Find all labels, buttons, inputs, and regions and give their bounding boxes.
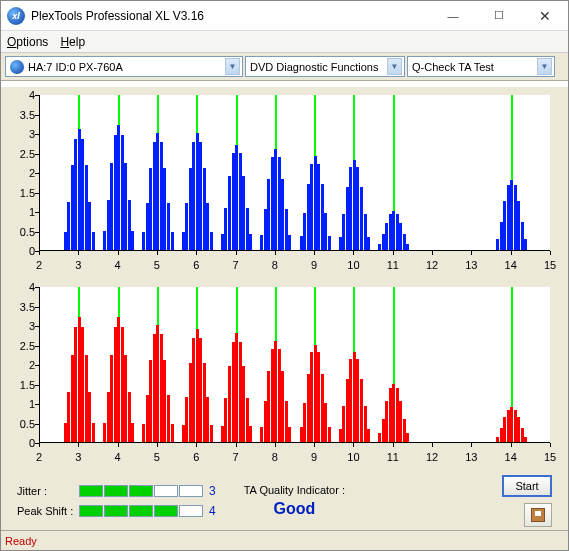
data-bar	[153, 142, 156, 250]
x-tick-label: 15	[544, 451, 556, 463]
data-bar	[163, 168, 166, 250]
bottom-panel: Jitter : 3 Peak Shift : 4 TA Quality Ind…	[1, 465, 568, 535]
y-tick-label: 1	[11, 398, 35, 410]
menu-help[interactable]: Help	[60, 35, 85, 49]
data-bar	[367, 429, 370, 442]
data-bar	[264, 401, 267, 442]
data-bar	[328, 236, 331, 250]
x-tick-label: 12	[426, 451, 438, 463]
y-tick-label: 2	[11, 167, 35, 179]
data-bar	[364, 406, 367, 442]
data-bar	[271, 349, 274, 442]
data-bar	[171, 424, 174, 442]
data-bar	[364, 214, 367, 250]
data-bar	[92, 232, 95, 250]
peakshift-label: Peak Shift :	[17, 505, 79, 517]
x-tick-label: 2	[36, 451, 42, 463]
data-bar	[92, 423, 95, 442]
device-selector[interactable]: HA:7 ID:0 PX-760A ▼	[5, 56, 243, 77]
chevron-down-icon: ▼	[225, 58, 240, 75]
data-bar	[314, 345, 317, 443]
jitter-meter	[79, 485, 203, 497]
data-bar	[514, 185, 517, 250]
chart-lower: 00.511.522.533.5423456789101112131415	[11, 279, 558, 465]
meter-box	[154, 505, 178, 517]
x-tick-label: 10	[347, 451, 359, 463]
plot-area	[39, 95, 550, 251]
maximize-button[interactable]: ☐	[476, 1, 522, 31]
minimize-button[interactable]: —	[430, 1, 476, 31]
peakshift-meter	[79, 505, 203, 517]
data-bar	[210, 425, 213, 442]
x-tick-label: 4	[115, 259, 121, 271]
data-bar	[328, 427, 331, 442]
data-bar	[524, 239, 527, 250]
data-bar	[71, 165, 74, 250]
y-tick-label: 1.5	[11, 379, 35, 391]
data-bar	[71, 355, 74, 442]
x-tick-label: 4	[115, 451, 121, 463]
y-tick-label: 3.5	[11, 301, 35, 313]
data-bar	[246, 398, 249, 442]
start-button[interactable]: Start	[502, 475, 552, 497]
save-button[interactable]	[524, 503, 552, 527]
data-bar	[314, 156, 317, 250]
workarea: 00.511.522.533.5423456789101112131415 00…	[1, 87, 568, 535]
data-bar	[196, 329, 199, 442]
y-tick-label: 3	[11, 320, 35, 332]
toolbar: HA:7 ID:0 PX-760A ▼ DVD Diagnostic Funct…	[1, 53, 568, 81]
menu-options[interactable]: Options	[7, 35, 48, 49]
data-bar	[203, 168, 206, 250]
meter-box	[129, 505, 153, 517]
data-bar	[367, 237, 370, 250]
data-bar	[288, 427, 291, 442]
y-tick-label: 0.5	[11, 418, 35, 430]
data-bar	[171, 232, 174, 250]
x-tick-label: 12	[426, 259, 438, 271]
quality-label: TA Quality Indicator :	[244, 484, 345, 496]
y-tick-label: 1.5	[11, 187, 35, 199]
x-tick-label: 2	[36, 259, 42, 271]
data-bar	[339, 429, 342, 442]
peakshift-value: 4	[209, 504, 216, 518]
x-tick-label: 15	[544, 259, 556, 271]
data-bar	[496, 437, 499, 442]
data-bar	[389, 388, 392, 442]
metrics: Jitter : 3 Peak Shift : 4	[17, 484, 216, 518]
data-bar	[288, 235, 291, 250]
chevron-down-icon: ▼	[537, 58, 552, 75]
x-tick-label: 8	[272, 259, 278, 271]
x-tick-label: 10	[347, 259, 359, 271]
data-bar	[514, 410, 517, 442]
x-tick-label: 11	[387, 259, 399, 271]
data-bar	[121, 135, 124, 250]
data-bar	[146, 395, 149, 442]
data-bar	[114, 327, 117, 442]
x-tick-label: 3	[75, 259, 81, 271]
function-selector[interactable]: DVD Diagnostic Functions ▼	[245, 56, 405, 77]
y-tick-label: 2.5	[11, 340, 35, 352]
data-bar	[228, 366, 231, 442]
data-bar	[78, 317, 81, 442]
x-tick-label: 8	[272, 451, 278, 463]
data-bar	[88, 202, 91, 250]
status-text: Ready	[5, 535, 37, 547]
data-bar	[78, 129, 81, 250]
data-bar	[249, 426, 252, 442]
x-tick-label: 11	[387, 451, 399, 463]
plot-area	[39, 287, 550, 443]
data-bar	[321, 184, 324, 250]
y-tick-label: 4	[11, 281, 35, 293]
data-bar	[281, 371, 284, 442]
x-tick-label: 5	[154, 451, 160, 463]
data-bar	[507, 410, 510, 442]
jitter-label: Jitter :	[17, 485, 79, 497]
data-bar	[389, 214, 392, 250]
x-tick-label: 6	[193, 451, 199, 463]
test-selector[interactable]: Q-Check TA Test ▼	[407, 56, 555, 77]
data-bar	[189, 363, 192, 442]
data-bar	[346, 187, 349, 250]
data-bar	[239, 342, 242, 442]
close-button[interactable]: ✕	[522, 1, 568, 31]
meter-box	[104, 505, 128, 517]
